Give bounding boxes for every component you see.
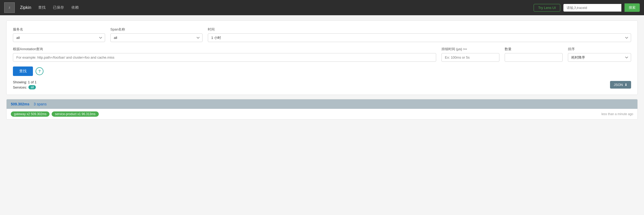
span-name-group: Span名称 all [110,27,203,42]
time-select[interactable]: 1 小时 2 小时 6 小时 12 小时 1 天 [208,33,631,42]
duration-label: 持续时间 (μs) >= [441,47,499,52]
traceid-input[interactable] [563,4,621,12]
nav-find[interactable]: 查找 [37,4,47,11]
nav-saved[interactable]: 已保存 [51,4,66,11]
traceid-search-button[interactable]: 搜索 [625,3,640,12]
services-label: Services: [13,85,27,89]
trace-duration: 509.302ms [11,102,30,106]
services-row: Services: all [13,85,37,89]
sort-select[interactable]: 耗时降序 耗时升序 时间降序 时间升序 [568,53,631,62]
logo-text: Z [9,6,10,9]
form-row-1: 服务名 all Span名称 all 时间 1 小时 2 小时 6 小时 12 … [13,27,631,42]
service-name-label: 服务名 [13,27,105,32]
json-button[interactable]: JSON ⬇ [610,81,631,89]
download-icon: ⬇ [625,83,627,87]
annotation-label: 根据Annotation查询 [13,47,436,52]
annotation-group: 根据Annotation查询 [13,47,436,62]
time-label: 时间 [208,27,631,32]
time-group: 时间 1 小时 2 小时 6 小时 12 小时 1 天 [208,27,631,42]
navbar-right: Try Lens UI 搜索 [534,3,640,12]
service-name-select[interactable]: all [13,33,105,42]
annotation-input[interactable] [13,53,436,62]
showing-text: Showing: 1 of 1 [13,80,37,84]
form-row-2: 根据Annotation查询 持续时间 (μs) >= 数量 10 排序 耗时降… [13,47,631,62]
count-input[interactable]: 10 [505,53,563,62]
service-product-tag[interactable]: service-product x1 96.313ms [52,111,99,117]
trace-result[interactable]: 509.302ms 3 spans gateway x2 509.302ms s… [6,99,638,120]
trace-tags: gateway x2 509.302ms service-product x1 … [11,111,99,117]
action-row: 查找 ? [13,66,631,76]
gateway-tag[interactable]: gateway x2 509.302ms [11,111,50,117]
duration-input[interactable] [441,53,499,62]
logo: Z [4,2,15,13]
count-label: 数量 [505,47,563,52]
try-lens-button[interactable]: Try Lens UI [534,4,560,12]
results-left: Showing: 1 of 1 Services: all [13,80,37,89]
trace-spans: 3 spans [34,102,47,106]
service-name-group: 服务名 all [13,27,105,42]
nav-links: 查找 已保存 依赖 [37,4,529,11]
span-name-label: Span名称 [110,27,203,32]
span-name-select[interactable]: all [110,33,203,42]
sort-label: 排序 [568,47,631,52]
trace-time-ago: less than a minute ago [601,112,633,116]
all-services-badge[interactable]: all [28,85,36,89]
nav-dependency[interactable]: 依赖 [70,4,80,11]
trace-body: gateway x2 509.302ms service-product x1 … [7,109,637,119]
count-group: 数量 10 [505,47,563,62]
search-card: 服务名 all Span名称 all 时间 1 小时 2 小时 6 小时 12 … [6,21,638,95]
json-btn-label: JSON [614,83,623,87]
help-button[interactable]: ? [36,67,43,75]
results-info: Showing: 1 of 1 Services: all JSON ⬇ [13,80,631,89]
duration-group: 持续时间 (μs) >= [441,47,499,62]
brand-name: Zipkin [20,5,31,10]
search-button[interactable]: 查找 [13,66,33,76]
sort-group: 排序 耗时降序 耗时升序 时间降序 时间升序 [568,47,631,62]
navbar: Z Zipkin 查找 已保存 依赖 Try Lens UI 搜索 [0,0,644,15]
main-container: 服务名 all Span名称 all 时间 1 小时 2 小时 6 小时 12 … [0,15,644,125]
trace-header: 509.302ms 3 spans [7,99,637,109]
